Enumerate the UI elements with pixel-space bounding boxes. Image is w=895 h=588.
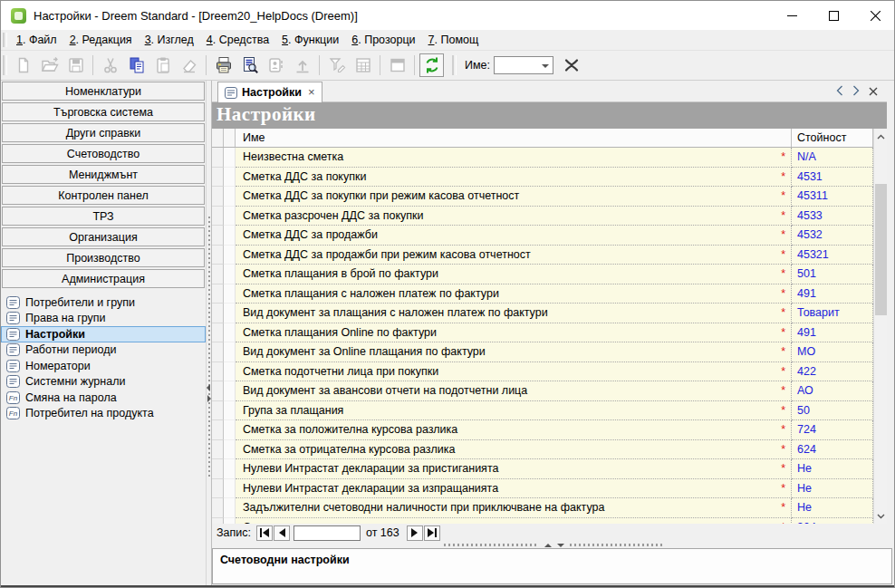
setting-name-cell[interactable]: Сметка плащания с наложен платеж по факт… bbox=[236, 284, 792, 304]
table-row[interactable]: Нулеви Интрастат декларации за пристиган… bbox=[212, 459, 873, 479]
sidebar-section-payroll[interactable]: ТРЗ bbox=[2, 207, 205, 226]
prev-record-button[interactable] bbox=[274, 525, 290, 541]
toolbar-grip[interactable] bbox=[3, 55, 7, 75]
minimize-icon[interactable] bbox=[771, 1, 813, 30]
row-selector-cell[interactable] bbox=[212, 440, 224, 460]
splitter-expand-up-icon[interactable] bbox=[544, 544, 552, 547]
setting-value-cell[interactable]: 45311 bbox=[792, 187, 873, 207]
table-row[interactable]: Сметка разсрочен ДДС за покупки*4533 bbox=[212, 207, 873, 227]
setting-value-cell[interactable]: 491 bbox=[792, 323, 873, 343]
tree-item-group-rights[interactable]: Права на групи bbox=[1, 311, 206, 327]
first-record-button[interactable] bbox=[256, 525, 273, 541]
scroll-down-icon[interactable] bbox=[874, 508, 888, 524]
tree-item-settings[interactable]: Настройки bbox=[1, 326, 206, 342]
setting-value-cell[interactable]: Не bbox=[792, 479, 873, 499]
setting-value-cell[interactable]: 4531 bbox=[792, 168, 873, 188]
print-preview-icon[interactable] bbox=[237, 53, 262, 77]
setting-name-cell[interactable]: Вид документ за плащания с наложен плате… bbox=[236, 304, 792, 323]
setting-value-cell[interactable]: 4532 bbox=[792, 226, 873, 246]
row-selector-cell[interactable] bbox=[212, 323, 224, 343]
setting-value-cell[interactable]: 422 bbox=[792, 362, 873, 382]
setting-value-cell[interactable]: 724 bbox=[792, 420, 873, 440]
tree-item-system-logs[interactable]: Системни журнали bbox=[1, 374, 206, 390]
column-header-name[interactable]: Име bbox=[236, 129, 792, 147]
setting-value-cell[interactable]: МО bbox=[792, 342, 873, 362]
setting-value-cell[interactable]: 624 bbox=[792, 440, 873, 460]
table-row[interactable]: Сметка ДДС за покупки при режим касова о… bbox=[212, 187, 873, 207]
splitter-expand-down-icon[interactable] bbox=[557, 544, 564, 547]
name-filter-combobox[interactable] bbox=[494, 56, 553, 74]
menu-item-tools[interactable]: 4. Средства bbox=[200, 32, 275, 48]
tab-settings[interactable]: Настройки × bbox=[217, 82, 322, 102]
refresh-icon[interactable] bbox=[419, 53, 444, 77]
table-row[interactable]: Сметка ДДС за продажби при режим касова … bbox=[212, 246, 873, 265]
table-row[interactable]: Сметка за отрицателна курсова разлика*62… bbox=[212, 440, 873, 460]
table-row[interactable]: Неизвестна сметка*N/A bbox=[212, 148, 873, 168]
scroll-up-icon[interactable] bbox=[874, 129, 888, 144]
row-selector-cell[interactable] bbox=[212, 362, 224, 382]
row-selector-cell[interactable] bbox=[212, 207, 224, 227]
setting-value-cell[interactable]: 45321 bbox=[792, 246, 873, 265]
menu-item-edit[interactable]: 2. Редакция bbox=[63, 32, 139, 48]
setting-value-cell[interactable]: Не bbox=[792, 498, 873, 518]
chevron-down-icon[interactable] bbox=[542, 64, 549, 68]
sidebar-section-trade-system[interactable]: Търговска система bbox=[2, 102, 205, 121]
row-selector-cell[interactable] bbox=[212, 148, 224, 168]
tree-item-users-and-groups[interactable]: Потребители и групи bbox=[1, 294, 206, 311]
table-row[interactable]: Вид документ за Online плащания по факту… bbox=[212, 342, 873, 362]
clear-filter-icon[interactable] bbox=[559, 53, 583, 77]
setting-value-cell[interactable]: Товарит bbox=[792, 304, 873, 323]
setting-name-cell[interactable]: Сметка плащания Online по фактури* bbox=[236, 323, 792, 343]
row-selector-cell[interactable] bbox=[212, 304, 224, 323]
row-selector-cell[interactable] bbox=[212, 226, 224, 246]
setting-name-cell[interactable]: Сметка подотчетни лица при покупки* bbox=[236, 362, 792, 382]
menu-item-file[interactable]: 1. Файл bbox=[10, 32, 63, 48]
setting-value-cell[interactable]: 491 bbox=[792, 284, 873, 304]
row-selector-cell[interactable] bbox=[212, 479, 224, 499]
row-selector-cell[interactable] bbox=[212, 420, 224, 440]
setting-value-cell[interactable]: АО bbox=[792, 381, 873, 401]
table-row[interactable]: Сметка плащания в брой по фактури*501 bbox=[212, 265, 873, 284]
setting-value-cell[interactable]: Не bbox=[792, 459, 873, 479]
sidebar-section-nomenclatures[interactable]: Номенклатури bbox=[2, 82, 205, 101]
sidebar-section-other-reports[interactable]: Други справки bbox=[2, 123, 205, 142]
print-icon[interactable] bbox=[211, 53, 236, 77]
table-row[interactable]: Сметка плащания Online по фактури*491 bbox=[212, 323, 873, 343]
menu-item-view[interactable]: 3. Изглед bbox=[139, 32, 200, 48]
table-row[interactable]: Сметка ДДС за покупки*4531 bbox=[212, 168, 873, 188]
scrollbar-thumb[interactable] bbox=[875, 184, 887, 315]
tree-item-product-user[interactable]: FnПотребител на продукта bbox=[1, 406, 206, 422]
horizontal-splitter[interactable] bbox=[212, 542, 895, 548]
setting-name-cell[interactable]: Сметка ДДС за покупки* bbox=[236, 168, 792, 188]
menu-item-help[interactable]: 7. Помощ bbox=[422, 32, 486, 48]
splitter-collapse-left-icon[interactable] bbox=[207, 384, 210, 391]
setting-name-cell[interactable]: Група за плащания* bbox=[236, 401, 792, 421]
table-row[interactable]: Група за плащания*50 bbox=[212, 401, 873, 421]
setting-name-cell[interactable]: Вид документ за авансови отчети на подот… bbox=[236, 381, 792, 401]
prev-tab-icon[interactable] bbox=[836, 85, 843, 99]
close-tab-icon[interactable] bbox=[869, 86, 878, 99]
row-selector-cell[interactable] bbox=[212, 246, 224, 265]
menu-item-windows[interactable]: 6. Прозорци bbox=[345, 32, 421, 48]
sidebar-section-management[interactable]: Мениджмънт bbox=[2, 165, 205, 184]
table-row[interactable]: Сметка плащания с наложен платеж по факт… bbox=[212, 284, 873, 304]
sidebar-section-production[interactable]: Производство bbox=[2, 248, 205, 267]
setting-name-cell[interactable]: Сметка разсрочен ДДС за покупки* bbox=[236, 207, 792, 227]
tree-item-change-password[interactable]: FnСмяна на парола bbox=[1, 390, 206, 406]
row-selector-cell[interactable] bbox=[212, 401, 224, 421]
setting-value-cell[interactable]: 50 bbox=[792, 401, 873, 421]
vertical-scrollbar[interactable] bbox=[873, 129, 887, 524]
setting-name-cell[interactable]: Сметка за положителна курсова разлика* bbox=[236, 420, 792, 440]
tab-close-icon[interactable]: × bbox=[308, 88, 315, 97]
table-row[interactable]: Сметка ДДС за продажби*4532 bbox=[212, 226, 873, 246]
setting-name-cell[interactable]: Неизвестна сметка* bbox=[236, 148, 792, 168]
row-selector-cell[interactable] bbox=[212, 459, 224, 479]
tree-item-numerators[interactable]: Номератори bbox=[1, 358, 206, 374]
table-row[interactable]: Задължителни счетоводни наличности при п… bbox=[212, 498, 873, 518]
last-record-button[interactable] bbox=[424, 525, 440, 541]
setting-name-cell[interactable]: Сметка за отрицателна курсова разлика* bbox=[236, 440, 792, 460]
close-icon[interactable] bbox=[854, 1, 895, 30]
tree-item-work-periods[interactable]: Работни периоди bbox=[1, 342, 206, 359]
record-number-input[interactable] bbox=[294, 525, 361, 541]
splitter-collapse-right-icon[interactable] bbox=[207, 395, 211, 402]
